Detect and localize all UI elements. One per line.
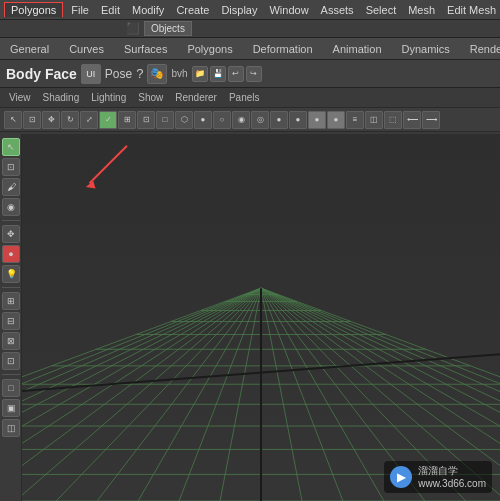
category-tabs: General Curves Surfaces Polygons Deforma… [0, 38, 500, 60]
toolbar-area: Body Face UI Pose ? 🎭 bvh 📁 💾 ↩ ↪ [0, 60, 500, 88]
bvh-label: bvh [171, 68, 187, 79]
tb2-btn18[interactable]: ≡ [346, 111, 364, 129]
toolbar2: ↖ ⊡ ✥ ↻ ⤢ ✓ ⊞ ⊡ □ ⬡ ● ○ ◉ ◎ ● ● ● ● ≡ ◫ … [0, 108, 500, 132]
tb2-btn12[interactable]: ◉ [232, 111, 250, 129]
tb2-btn10[interactable]: ● [194, 111, 212, 129]
tb2-btn21[interactable]: ⟵ [403, 111, 421, 129]
lt-lasso[interactable]: ⊡ [2, 158, 20, 176]
objects-button[interactable]: Objects [144, 21, 192, 36]
tb2-btn5[interactable]: ✓ [99, 111, 117, 129]
tb2-btn16[interactable]: ● [308, 111, 326, 129]
watermark-site: 溜溜自学 [418, 465, 458, 476]
watermark-play-icon: ▶ [390, 466, 412, 488]
tab-polygons[interactable]: Polygons [177, 38, 242, 59]
lt-paint[interactable]: 🖌 [2, 178, 20, 196]
toolbar-icon-2[interactable]: 💾 [210, 66, 226, 82]
lt-sep3 [2, 374, 20, 375]
tb2-lasso[interactable]: ⊡ [23, 111, 41, 129]
view-btn-lighting[interactable]: Lighting [86, 92, 131, 103]
menu-edit-mesh[interactable]: Edit Mesh [441, 0, 500, 19]
body-face-label: Body Face [6, 66, 77, 82]
toolbar-icon-3[interactable]: ↩ [228, 66, 244, 82]
tb2-btn20[interactable]: ⬚ [384, 111, 402, 129]
tb2-btn7[interactable]: ⊡ [137, 111, 155, 129]
menu-modify[interactable]: Modify [126, 0, 170, 19]
tb2-btn14[interactable]: ● [270, 111, 288, 129]
menu-mesh[interactable]: Mesh [402, 0, 441, 19]
menu-create[interactable]: Create [170, 0, 215, 19]
tb2-btn13[interactable]: ◎ [251, 111, 269, 129]
watermark-url: www.3d66.com [418, 478, 486, 489]
polygons-menu-tab[interactable]: Polygons [4, 2, 63, 17]
menu-display[interactable]: Display [215, 0, 263, 19]
tab-dynamics[interactable]: Dynamics [392, 38, 460, 59]
objects-label: ⬛ [126, 22, 140, 35]
tb2-scale[interactable]: ⤢ [80, 111, 98, 129]
pose-label[interactable]: Pose [105, 67, 132, 81]
view-btn-renderer[interactable]: Renderer [170, 92, 222, 103]
watermark-text: 溜溜自学 www.3d66.com [418, 464, 486, 490]
tab-general[interactable]: General [0, 38, 59, 59]
viewport-3d[interactable]: ▶ 溜溜自学 www.3d66.com [22, 134, 500, 501]
tb2-btn22[interactable]: ⟶ [422, 111, 440, 129]
lt-sculpt[interactable]: ◉ [2, 198, 20, 216]
menu-assets[interactable]: Assets [315, 0, 360, 19]
lt-grid[interactable]: ⊞ [2, 292, 20, 310]
lt-grid3[interactable]: ⊠ [2, 332, 20, 350]
lt-grid4[interactable]: ⊡ [2, 352, 20, 370]
tb2-move[interactable]: ✥ [42, 111, 60, 129]
tb2-btn8[interactable]: □ [156, 111, 174, 129]
tb2-btn9[interactable]: ⬡ [175, 111, 193, 129]
tb2-btn19[interactable]: ◫ [365, 111, 383, 129]
lt-sphere[interactable]: ● [2, 245, 20, 263]
tab-surfaces[interactable]: Surfaces [114, 38, 177, 59]
tab-animation[interactable]: Animation [323, 38, 392, 59]
lt-btn1[interactable]: □ [2, 379, 20, 397]
tab-curves[interactable]: Curves [59, 38, 114, 59]
menu-select[interactable]: Select [360, 0, 403, 19]
menu-edit[interactable]: Edit [95, 0, 126, 19]
toolbar-icon-4[interactable]: ↪ [246, 66, 262, 82]
grid-canvas [22, 134, 500, 501]
tb2-select[interactable]: ↖ [4, 111, 22, 129]
menu-window[interactable]: Window [263, 0, 314, 19]
tab-rendering[interactable]: Rendering [460, 38, 500, 59]
lt-sep2 [2, 287, 20, 288]
toolbar-icon-1[interactable]: 📁 [192, 66, 208, 82]
view-bar: View Shading Lighting Show Renderer Pane… [0, 88, 500, 108]
ui-icon-btn[interactable]: UI [81, 64, 101, 84]
tb2-btn11[interactable]: ○ [213, 111, 231, 129]
tb2-btn15[interactable]: ● [289, 111, 307, 129]
help-icon[interactable]: ? [136, 66, 143, 81]
lt-btn2[interactable]: ▣ [2, 399, 20, 417]
menu-file[interactable]: File [65, 0, 95, 19]
left-toolbar: ↖ ⊡ 🖌 ◉ ✥ ● 💡 ⊞ ⊟ ⊠ ⊡ □ ▣ ◫ [0, 134, 22, 501]
lt-light[interactable]: 💡 [2, 265, 20, 283]
lt-sep1 [2, 220, 20, 221]
view-btn-view[interactable]: View [4, 92, 36, 103]
tab-deformation[interactable]: Deformation [243, 38, 323, 59]
tb2-btn17[interactable]: ● [327, 111, 345, 129]
view-btn-shading[interactable]: Shading [38, 92, 85, 103]
object-bar: ⬛ Objects [0, 20, 500, 38]
lt-move[interactable]: ✥ [2, 225, 20, 243]
menu-bar: Polygons File Edit Modify Create Display… [0, 0, 500, 20]
lt-grid2[interactable]: ⊟ [2, 312, 20, 330]
view-btn-show[interactable]: Show [133, 92, 168, 103]
view-btn-panels[interactable]: Panels [224, 92, 265, 103]
lt-select-arrow[interactable]: ↖ [2, 138, 20, 156]
watermark: ▶ 溜溜自学 www.3d66.com [384, 461, 492, 493]
tb2-btn6[interactable]: ⊞ [118, 111, 136, 129]
small-icons-row: 📁 💾 ↩ ↪ [192, 66, 262, 82]
lt-btn3[interactable]: ◫ [2, 419, 20, 437]
face-icon-btn[interactable]: 🎭 [147, 64, 167, 84]
tb2-rot[interactable]: ↻ [61, 111, 79, 129]
